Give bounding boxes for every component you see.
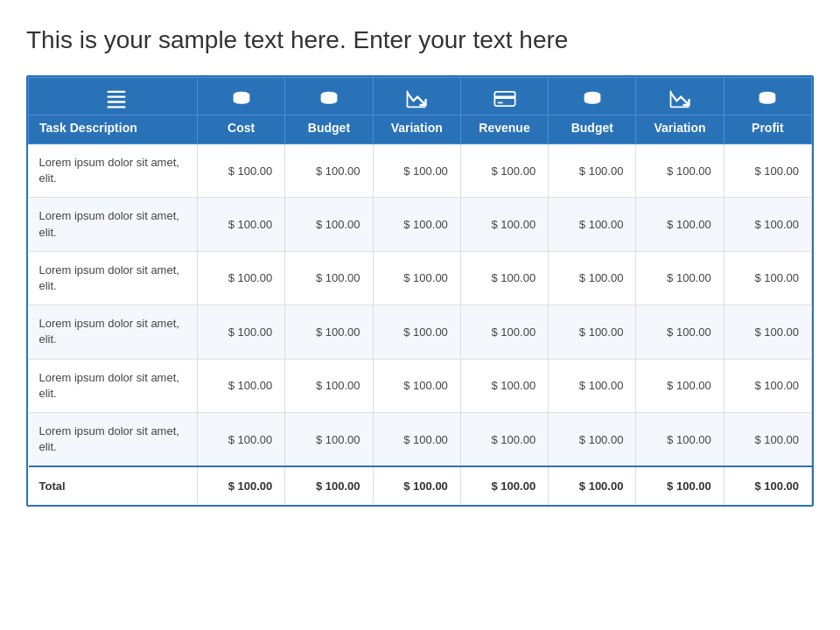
row-5-val-0: $ 100.00 — [198, 412, 285, 466]
row-0-val-3: $ 100.00 — [460, 144, 548, 198]
coins-icon-profit — [755, 87, 780, 111]
header-label-row: Task Description Cost Budget Variation R… — [29, 116, 812, 144]
row-4-val-2: $ 100.00 — [373, 359, 460, 412]
svg-rect-1 — [108, 96, 126, 98]
row-1-val-1: $ 100.00 — [285, 198, 373, 251]
th-label-task: Task Description — [29, 116, 198, 144]
row-1-val-2: $ 100.00 — [373, 198, 460, 251]
total-label: Total — [29, 466, 198, 505]
row-task-0: Lorem ipsum dolor sit amet, elit. — [29, 144, 198, 198]
coins-icon-cost — [229, 87, 254, 111]
th-icon-variation2 — [636, 78, 724, 116]
row-5-val-3: $ 100.00 — [460, 412, 548, 466]
row-2-val-2: $ 100.00 — [373, 251, 460, 304]
row-1-val-6: $ 100.00 — [724, 198, 811, 251]
row-1-val-5: $ 100.00 — [636, 198, 724, 251]
coins-icon-budget1 — [317, 87, 341, 111]
th-icon-variation1 — [373, 78, 460, 116]
card-icon — [493, 87, 517, 111]
budget-table: Task Description Cost Budget Variation R… — [26, 75, 814, 507]
row-5-val-1: $ 100.00 — [285, 412, 373, 466]
row-3-val-6: $ 100.00 — [724, 305, 811, 359]
row-0-val-6: $ 100.00 — [724, 144, 811, 198]
total-val-3: $ 100.00 — [460, 466, 548, 505]
row-5-val-4: $ 100.00 — [549, 412, 636, 466]
page-title: This is your sample text here. Enter you… — [26, 26, 814, 54]
row-2-val-0: $ 100.00 — [198, 251, 285, 304]
row-1-val-3: $ 100.00 — [460, 198, 548, 251]
total-val-0: $ 100.00 — [198, 466, 285, 505]
row-3-val-4: $ 100.00 — [549, 305, 636, 359]
table-row: Lorem ipsum dolor sit amet, elit.$ 100.0… — [29, 359, 812, 412]
chart-down-icon-var1 — [404, 87, 429, 111]
row-0-val-1: $ 100.00 — [285, 144, 373, 198]
row-task-2: Lorem ipsum dolor sit amet, elit. — [29, 251, 198, 304]
svg-rect-9 — [494, 96, 514, 100]
total-val-5: $ 100.00 — [636, 466, 724, 505]
table-row: Lorem ipsum dolor sit amet, elit.$ 100.0… — [29, 412, 812, 466]
row-1-val-0: $ 100.00 — [198, 198, 285, 251]
row-4-val-4: $ 100.00 — [549, 359, 636, 412]
table-row: Lorem ipsum dolor sit amet, elit.$ 100.0… — [29, 305, 812, 359]
th-icon-budget1 — [285, 78, 373, 116]
row-0-val-2: $ 100.00 — [373, 144, 460, 198]
row-4-val-1: $ 100.00 — [285, 359, 373, 412]
row-4-val-6: $ 100.00 — [724, 359, 811, 412]
row-3-val-5: $ 100.00 — [636, 305, 724, 359]
row-2-val-1: $ 100.00 — [285, 251, 373, 304]
th-label-variation1: Variation — [373, 116, 460, 144]
row-0-val-4: $ 100.00 — [549, 144, 636, 198]
th-icon-profit — [724, 78, 811, 116]
row-2-val-4: $ 100.00 — [549, 251, 636, 304]
svg-rect-2 — [108, 101, 126, 102]
th-icon-cost — [198, 78, 285, 116]
row-4-val-3: $ 100.00 — [460, 359, 548, 412]
row-3-val-3: $ 100.00 — [460, 305, 548, 359]
row-0-val-0: $ 100.00 — [198, 144, 285, 198]
row-4-val-5: $ 100.00 — [636, 359, 724, 412]
svg-rect-3 — [108, 106, 126, 108]
th-icon-budget2 — [549, 78, 636, 116]
row-4-val-0: $ 100.00 — [198, 359, 285, 412]
row-task-4: Lorem ipsum dolor sit amet, elit. — [29, 359, 198, 412]
th-icon-revenue — [460, 78, 548, 116]
th-label-variation2: Variation — [636, 116, 724, 144]
total-row: Total $ 100.00 $ 100.00 $ 100.00 $ 100.0… — [29, 466, 812, 505]
th-label-profit: Profit — [724, 116, 811, 144]
total-val-4: $ 100.00 — [549, 466, 636, 505]
svg-rect-0 — [108, 91, 126, 93]
row-3-val-2: $ 100.00 — [373, 305, 460, 359]
row-2-val-3: $ 100.00 — [460, 251, 548, 304]
header-icon-row — [29, 78, 812, 116]
th-label-revenue: Revenue — [460, 116, 548, 144]
row-2-val-5: $ 100.00 — [636, 251, 724, 304]
row-1-val-4: $ 100.00 — [549, 198, 636, 251]
row-3-val-1: $ 100.00 — [285, 305, 373, 359]
coins-icon-budget2 — [580, 87, 605, 111]
row-5-val-2: $ 100.00 — [373, 412, 460, 466]
th-label-cost: Cost — [198, 116, 285, 144]
total-val-2: $ 100.00 — [373, 466, 460, 505]
chart-down-icon-var2 — [668, 87, 692, 111]
row-0-val-5: $ 100.00 — [636, 144, 724, 198]
table-body: Lorem ipsum dolor sit amet, elit.$ 100.0… — [29, 144, 812, 467]
row-task-3: Lorem ipsum dolor sit amet, elit. — [29, 305, 198, 359]
th-label-budget2: Budget — [549, 116, 636, 144]
row-3-val-0: $ 100.00 — [198, 305, 285, 359]
row-5-val-5: $ 100.00 — [636, 412, 724, 466]
row-task-5: Lorem ipsum dolor sit amet, elit. — [29, 412, 198, 466]
total-val-1: $ 100.00 — [285, 466, 373, 505]
th-label-budget1: Budget — [285, 116, 373, 144]
total-val-6: $ 100.00 — [724, 466, 811, 505]
table-row: Lorem ipsum dolor sit amet, elit.$ 100.0… — [29, 198, 812, 251]
table-row: Lorem ipsum dolor sit amet, elit.$ 100.0… — [29, 251, 812, 304]
svg-rect-10 — [497, 102, 502, 104]
row-5-val-6: $ 100.00 — [724, 412, 811, 466]
list-icon — [104, 87, 129, 111]
row-task-1: Lorem ipsum dolor sit amet, elit. — [29, 198, 198, 251]
table-row: Lorem ipsum dolor sit amet, elit.$ 100.0… — [29, 144, 812, 198]
row-2-val-6: $ 100.00 — [724, 251, 811, 304]
th-icon-task — [29, 78, 198, 116]
